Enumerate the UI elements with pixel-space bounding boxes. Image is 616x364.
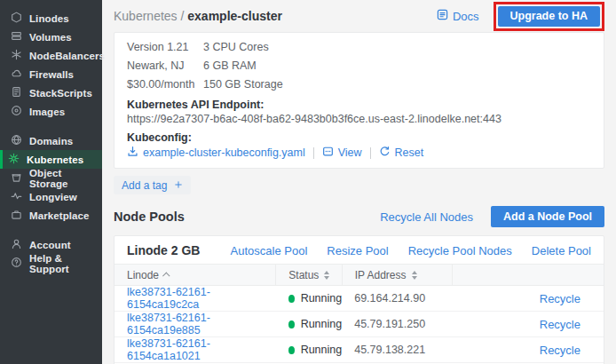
reset-label: Reset xyxy=(395,146,424,159)
kubeconfig-actions: example-cluster-kubeconfig.yaml View Res… xyxy=(127,146,591,160)
sidebar-item-volumes[interactable]: Volumes xyxy=(0,28,102,46)
api-endpoint-url: https://9e2a7307-b6ac-408f-ba62-9483b0b3… xyxy=(127,113,591,125)
recycle-node-link[interactable]: Recycle xyxy=(540,292,580,305)
table-row: lke38731-62161-6154ca19e885 Running 45.7… xyxy=(115,312,604,337)
breadcrumb-separator: / xyxy=(181,9,185,23)
download-icon[interactable] xyxy=(127,146,143,160)
pool-name: Linode 2 GB xyxy=(127,243,200,257)
sidebar-group-compute: Linodes Volumes NodeBalancers Firewalls … xyxy=(0,9,102,121)
sort-icon xyxy=(412,271,417,280)
kubeconfig-reset-button[interactable]: Reset xyxy=(379,146,424,160)
breadcrumb-section[interactable]: Kubernetes xyxy=(114,9,178,23)
recycle-pool-nodes-link[interactable]: Recycle Pool Nodes xyxy=(408,244,512,257)
sidebar-item-label: Help & Support xyxy=(29,253,102,274)
delete-pool-link[interactable]: Delete Pool xyxy=(532,244,591,257)
recycle-node-link[interactable]: Recycle xyxy=(540,318,580,331)
sidebar-item-marketplace[interactable]: Marketplace xyxy=(0,206,102,225)
sidebar-item-label: Object Storage xyxy=(29,168,102,189)
node-link[interactable]: lke38731-62161-6154ca1a1021 xyxy=(127,337,210,362)
node-link[interactable]: lke38731-62161-6154ca19e885 xyxy=(127,312,210,336)
add-tag-label: Add a tag xyxy=(122,179,167,192)
sidebar-item-label: Kubernetes xyxy=(27,154,83,165)
sidebar-item-label: Volumes xyxy=(29,32,72,43)
longview-icon xyxy=(11,189,22,205)
sidebar-item-label: Longview xyxy=(29,192,77,202)
docs-label: Docs xyxy=(453,10,479,23)
stackscripts-icon xyxy=(11,85,22,101)
sidebar-item-object-storage[interactable]: Object Storage xyxy=(0,169,102,187)
upgrade-to-ha-button[interactable]: Upgrade to HA xyxy=(498,6,601,27)
node-pool-card: Linode 2 GB Autoscale Pool Resize Pool R… xyxy=(114,235,604,364)
column-header-status[interactable]: Status xyxy=(276,265,342,286)
sidebar-item-label: Images xyxy=(29,107,65,117)
sidebar-item-stackscripts[interactable]: StackScripts xyxy=(0,83,102,102)
kubeconfig-file-link[interactable]: example-cluster-kubeconfig.yaml xyxy=(143,146,305,159)
linode-cloud-manager: Linodes Volumes NodeBalancers Firewalls … xyxy=(0,0,616,364)
sidebar-item-label: NodeBalancers xyxy=(29,51,105,61)
ip-address: 69.164.214.90 xyxy=(342,286,452,312)
status-running-icon xyxy=(288,295,295,303)
sidebar-item-linodes[interactable]: Linodes xyxy=(0,9,102,28)
domains-icon xyxy=(11,133,22,149)
view-label: View xyxy=(338,146,362,159)
node-link[interactable]: lke38731-62161-6154ca19c2ca xyxy=(127,286,210,311)
column-label: Status xyxy=(288,269,319,281)
spec-price: $30.00/month xyxy=(127,78,203,91)
column-header-actions xyxy=(452,265,604,286)
nodebalancers-icon xyxy=(11,48,22,64)
sidebar-item-label: Linodes xyxy=(29,13,69,24)
object-storage-icon xyxy=(11,170,22,186)
pool-head: Linode 2 GB Autoscale Pool Resize Pool R… xyxy=(115,236,604,264)
sidebar-item-longview[interactable]: Longview xyxy=(0,187,102,206)
sidebar-item-help-support[interactable]: Help & Support xyxy=(0,254,102,273)
table-row: lke38731-62161-6154ca19c2ca Running 69.1… xyxy=(115,286,604,312)
pool-actions: Autoscale Pool Resize Pool Recycle Pool … xyxy=(231,244,591,257)
kubeconfig-view-button[interactable]: View xyxy=(322,146,362,160)
cluster-summary-panel: Version 1.21 3 CPU Cores Newark, NJ 6 GB… xyxy=(114,32,604,169)
autoscale-pool-link[interactable]: Autoscale Pool xyxy=(231,244,308,257)
sidebar-item-firewalls[interactable]: Firewalls xyxy=(0,65,102,83)
kubernetes-icon xyxy=(8,152,20,168)
ip-address: 45.79.138.221 xyxy=(342,337,452,363)
spec-cpu: 3 CPU Cores xyxy=(203,41,591,53)
table-header-row: Linode Status IP Address xyxy=(115,265,604,286)
sidebar-item-domains[interactable]: Domains xyxy=(0,131,102,150)
help-icon xyxy=(11,256,22,272)
add-node-pool-button[interactable]: Add a Node Pool xyxy=(491,206,604,227)
recycle-node-link[interactable]: Recycle xyxy=(540,344,580,357)
docs-link[interactable]: Docs xyxy=(437,9,479,23)
delete-cluster-link[interactable]: Delete Cluster xyxy=(127,168,203,169)
status-running-icon xyxy=(288,320,295,328)
spec-version: Version 1.21 xyxy=(127,41,203,53)
api-endpoint-label: Kubernetes API Endpoint: xyxy=(127,99,591,111)
kubeconfig-label: Kubeconfig: xyxy=(127,131,591,144)
docs-icon xyxy=(437,9,448,23)
node-pools-header: Node Pools Recycle All Nodes Add a Node … xyxy=(114,205,604,228)
column-header-ip-address[interactable]: IP Address xyxy=(342,265,452,286)
firewalls-icon xyxy=(11,67,22,83)
sidebar-item-nodebalancers[interactable]: NodeBalancers xyxy=(0,46,102,65)
breadcrumb-current: example-cluster xyxy=(187,9,282,23)
header-actions: Docs Upgrade to HA xyxy=(437,2,604,31)
sidebar-item-kubernetes[interactable]: Kubernetes xyxy=(0,150,102,169)
breadcrumb: Kubernetes / example-cluster xyxy=(114,9,282,23)
ip-address: 45.79.191.250 xyxy=(342,312,452,337)
sidebar-item-label: Firewalls xyxy=(29,69,74,80)
resize-pool-link[interactable]: Resize Pool xyxy=(327,244,388,257)
sidebar-item-label: Account xyxy=(29,240,71,250)
sidebar-item-label: Domains xyxy=(29,136,73,146)
column-header-linode[interactable]: Linode xyxy=(115,265,276,286)
images-icon xyxy=(11,104,22,120)
node-pools-title: Node Pools xyxy=(114,210,185,224)
sidebar-item-account[interactable]: Account xyxy=(0,235,102,254)
status-badge: Running xyxy=(301,318,343,330)
sidebar-item-images[interactable]: Images xyxy=(0,102,102,121)
recycle-all-nodes-link[interactable]: Recycle All Nodes xyxy=(380,210,473,224)
spec-storage: 150 GB Storage xyxy=(203,78,591,91)
sort-ascending-icon xyxy=(162,272,170,279)
divider xyxy=(313,147,314,159)
sidebar-group-account: Account Help & Support xyxy=(0,235,102,273)
pool-nodes-table: Linode Status IP Address lke38731-62161-… xyxy=(115,264,604,363)
add-tag-button[interactable]: Add a tag xyxy=(114,176,191,194)
status-running-icon xyxy=(288,346,295,354)
